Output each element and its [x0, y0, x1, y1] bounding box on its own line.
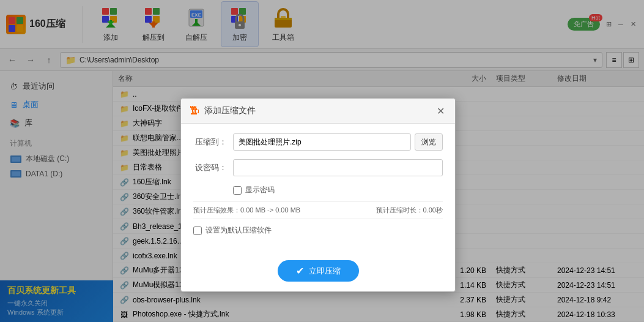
modal-title: 🗜 添加压缩文件 [190, 105, 256, 116]
compress-to-row: 压缩到： 浏览 [193, 133, 443, 151]
default-row: 设置为默认压缩软件 [193, 225, 443, 236]
modal-body: 压缩到： 浏览 设密码： 显示密码 预计压缩效果：0.00 MB -> 0.00… [181, 124, 455, 254]
modal-footer: ✔ 立即压缩 [181, 254, 455, 291]
estimate-row: 预计压缩效果：0.00 MB -> 0.00 MB 预计压缩时长：0.00秒 [193, 201, 443, 219]
estimate-time: 预计压缩时长：0.00秒 [376, 206, 443, 215]
show-password-label: 显示密码 [245, 185, 275, 195]
default-compress-label: 设置为默认压缩软件 [205, 225, 272, 236]
modal-overlay[interactable]: 🗜 添加压缩文件 ✕ 压缩到： 浏览 设密码： 显示密码 预计压缩效果：0.00… [0, 0, 644, 322]
modal-title-icon: 🗜 [190, 105, 199, 116]
compress-button[interactable]: ✔ 立即压缩 [278, 260, 359, 282]
show-password-checkbox[interactable] [233, 186, 242, 195]
compress-to-label: 压缩到： [193, 137, 227, 148]
compress-button-label: 立即压缩 [309, 266, 341, 277]
browse-button[interactable]: 浏览 [415, 133, 443, 151]
password-label: 设密码： [193, 162, 227, 173]
add-compress-modal: 🗜 添加压缩文件 ✕ 压缩到： 浏览 设密码： 显示密码 预计压缩效果：0.00… [180, 98, 456, 292]
password-row: 设密码： [193, 159, 443, 176]
show-password-row: 显示密码 [233, 185, 443, 195]
compress-button-icon: ✔ [296, 265, 304, 277]
compress-to-input[interactable] [233, 133, 411, 151]
modal-header: 🗜 添加压缩文件 ✕ [181, 99, 455, 124]
password-input[interactable] [233, 159, 443, 176]
default-compress-checkbox[interactable] [193, 227, 202, 235]
estimate-effect: 预计压缩效果：0.00 MB -> 0.00 MB [193, 206, 300, 215]
modal-close-button[interactable]: ✕ [434, 105, 446, 117]
